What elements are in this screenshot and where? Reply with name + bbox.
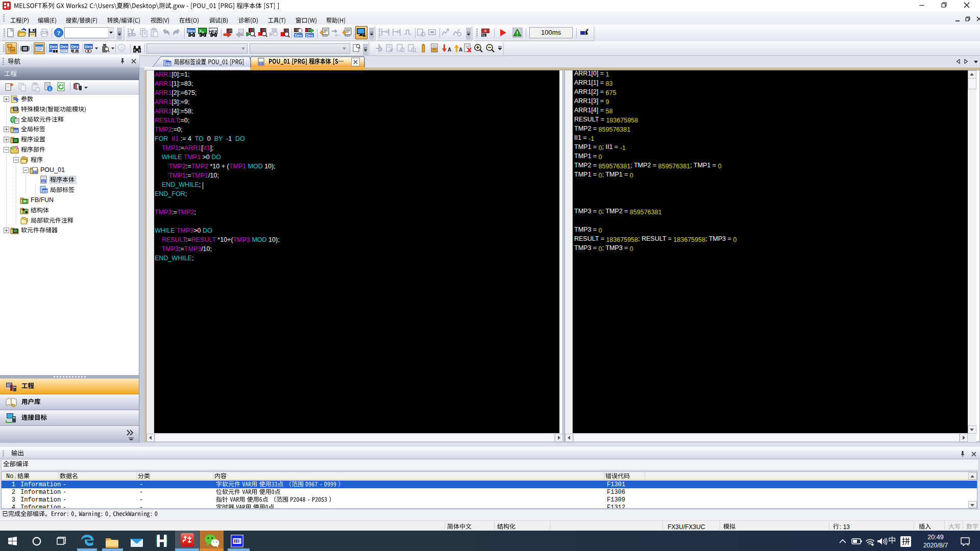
- svg-text:?: ?: [120, 45, 122, 51]
- svg-text:ST: ST: [42, 180, 45, 183]
- svg-text:Dev: Dev: [71, 44, 79, 49]
- svg-text:Dev: Dev: [50, 44, 57, 49]
- svg-text:Dev: Dev: [60, 44, 68, 49]
- svg-text:Dev: Dev: [306, 33, 314, 38]
- svg-text:5g: 5g: [482, 34, 485, 37]
- svg-text:Dev: Dev: [295, 33, 303, 38]
- svg-text:A: A: [448, 47, 451, 53]
- svg-text:Dev: Dev: [187, 29, 195, 33]
- svg-text:?: ?: [57, 29, 61, 37]
- svg-text:ST: ST: [34, 170, 37, 173]
- svg-text:Dev: Dev: [85, 44, 92, 49]
- svg-text:A: A: [459, 47, 462, 53]
- svg-text:ST: ST: [259, 62, 262, 65]
